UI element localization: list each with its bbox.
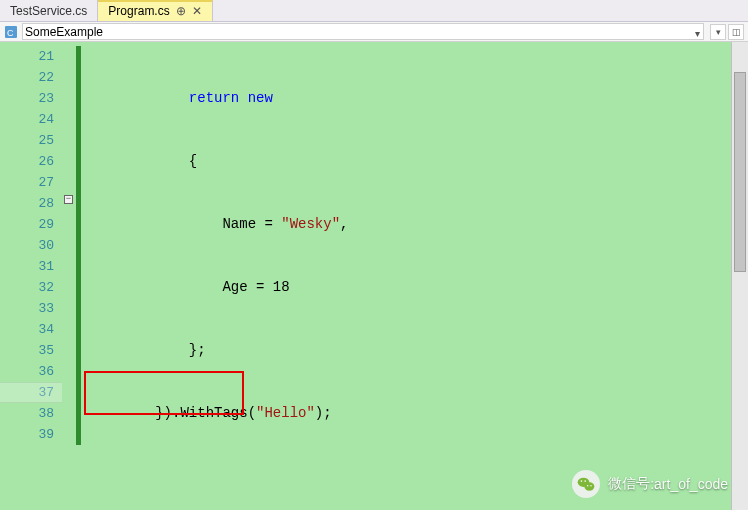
tab-program[interactable]: Program.cs ⊕ ✕	[98, 0, 212, 21]
line-number: 36	[0, 361, 54, 382]
scope-dropdown[interactable]: SomeExample ▾	[22, 23, 704, 40]
svg-point-7	[590, 485, 592, 487]
code-line: return new	[84, 88, 731, 109]
svg-point-5	[584, 480, 586, 482]
line-number: 23	[0, 88, 54, 109]
line-number: 26	[0, 151, 54, 172]
line-number: 38	[0, 403, 54, 424]
watermark-value: art_of_code	[654, 476, 728, 492]
scrollbar-thumb[interactable]	[734, 72, 746, 272]
line-number-gutter: 21 22 23 24 25 26 27 28 29 30 31 32 33 3…	[0, 42, 62, 510]
line-number: 37	[0, 382, 54, 403]
tab-label: TestService.cs	[10, 4, 87, 18]
tab-testservice[interactable]: TestService.cs	[0, 0, 98, 21]
watermark-label: 微信号	[608, 475, 650, 493]
code-line: Age = 18	[84, 277, 731, 298]
split-horizontal-icon[interactable]: ◫	[728, 24, 744, 40]
code-line: };	[84, 340, 731, 361]
tab-bar: TestService.cs Program.cs ⊕ ✕	[0, 0, 748, 22]
chevron-down-icon: ▾	[695, 26, 700, 41]
svg-point-6	[587, 485, 589, 487]
line-number: 24	[0, 109, 54, 130]
watermark: 微信号: art_of_code	[572, 470, 728, 498]
line-number: 22	[0, 67, 54, 88]
code-line: {	[84, 151, 731, 172]
svg-text:C: C	[7, 28, 14, 38]
line-number: 31	[0, 256, 54, 277]
fold-toggle[interactable]: −	[64, 195, 73, 204]
line-number: 29	[0, 214, 54, 235]
line-number: 33	[0, 298, 54, 319]
svg-point-3	[584, 482, 594, 490]
line-number: 39	[0, 424, 54, 445]
line-number: 30	[0, 235, 54, 256]
code-line: Name = "Wesky",	[84, 214, 731, 235]
line-number: 35	[0, 340, 54, 361]
change-marker	[76, 46, 81, 445]
line-number: 25	[0, 130, 54, 151]
code-area[interactable]: return new { Name = "Wesky", Age = 18 };…	[84, 42, 731, 510]
line-number: 32	[0, 277, 54, 298]
line-number: 34	[0, 319, 54, 340]
fold-margin: −	[62, 42, 84, 510]
line-number: 27	[0, 172, 54, 193]
navigation-bar: C SomeExample ▾ ▾ ◫	[0, 22, 748, 42]
scope-label: SomeExample	[25, 25, 103, 39]
code-editor[interactable]: 21 22 23 24 25 26 27 28 29 30 31 32 33 3…	[0, 42, 748, 510]
code-line: }).WithTags("Hello");	[84, 403, 731, 424]
tab-label: Program.cs	[108, 4, 169, 18]
close-icon[interactable]: ✕	[192, 4, 202, 18]
svg-point-4	[581, 480, 583, 482]
nav-right-controls: ▾ ◫	[708, 24, 744, 40]
csharp-file-icon: C	[4, 25, 18, 39]
line-number: 28	[0, 193, 54, 214]
vertical-scrollbar[interactable]	[731, 42, 748, 510]
wechat-icon	[572, 470, 600, 498]
pin-icon[interactable]: ⊕	[176, 4, 186, 18]
line-number: 21	[0, 46, 54, 67]
split-dropdown[interactable]: ▾	[710, 24, 726, 40]
